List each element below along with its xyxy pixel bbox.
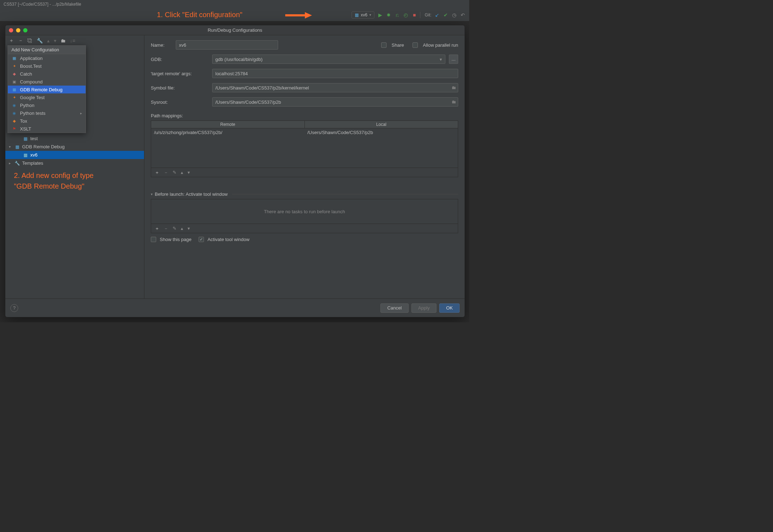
edit-icon[interactable]: ✎ xyxy=(173,170,176,175)
config-type-icon: ⚑ xyxy=(11,126,17,132)
popup-item-label: XSLT xyxy=(20,126,31,132)
git-label: Git: xyxy=(425,12,431,17)
copy-icon[interactable]: ⿻ xyxy=(27,38,32,44)
tree-item-gdb-remote[interactable]: ▦ GDB Remote Debug xyxy=(5,143,144,151)
ide-title-text: CS537 [~/Code/CS537] - .../p2b/Makefile xyxy=(4,2,81,7)
popup-item-boost-test[interactable]: ✦Boost.Test xyxy=(8,62,86,70)
edit-icon[interactable]: ✎ xyxy=(173,226,176,231)
move-down-icon[interactable]: ▾ xyxy=(188,226,190,231)
add-icon[interactable]: ＋ xyxy=(9,37,14,44)
config-type-icon: ▦ xyxy=(11,55,17,61)
popup-item-compound[interactable]: ▣Compound xyxy=(8,78,86,86)
popup-item-python-tests[interactable]: ◉Python tests▸ xyxy=(8,109,86,117)
sidebar-toolbar: ＋ － ⿻ 🔧 ▴ ▾ 🖿 ↓≡ xyxy=(5,35,144,46)
separator xyxy=(232,194,458,194)
symbol-input[interactable] xyxy=(212,83,458,92)
cancel-button[interactable]: Cancel xyxy=(380,303,408,313)
gdb-label: GDB: xyxy=(151,57,209,62)
close-icon[interactable] xyxy=(9,28,13,32)
gdb-dropdown[interactable]: gdb (/usr/local/bin/gdb) xyxy=(212,55,445,64)
popup-item-catch[interactable]: ◆Catch xyxy=(8,70,86,78)
git-commit-icon[interactable]: ✔ xyxy=(443,12,449,18)
annotation-2: 2. Add new config of type "GDB Remote De… xyxy=(14,170,94,191)
annotation-arrow-icon xyxy=(285,12,312,17)
run-config-selector[interactable]: ▦ xv6 ▾ xyxy=(352,11,375,19)
col-local: Local xyxy=(305,121,458,128)
activate-tool-label[interactable]: Activate tool window xyxy=(208,237,250,242)
remove-icon[interactable]: － xyxy=(164,169,168,176)
sysroot-label: Sysroot: xyxy=(151,99,209,105)
debug-icon[interactable]: ✸ xyxy=(386,12,391,18)
git-revert-icon[interactable]: ↶ xyxy=(460,12,466,18)
edit-defaults-icon[interactable]: 🔧 xyxy=(37,38,43,44)
cell-local: /Users/Shawn/Code/CS537/p2b xyxy=(304,128,458,137)
popup-item-google-test[interactable]: ✦Google Test xyxy=(8,93,86,101)
ide-toolbar: 1. Click "Edit configuration" ▦ xv6 ▾ ▶ … xyxy=(0,9,469,21)
tree-label: GDB Remote Debug xyxy=(22,144,65,149)
popup-item-label: Compound xyxy=(20,79,43,85)
name-input[interactable] xyxy=(176,40,278,50)
parallel-checkbox[interactable] xyxy=(413,42,418,48)
folder-icon[interactable]: 🖿 xyxy=(61,38,66,44)
profile-icon[interactable]: ◴ xyxy=(403,12,409,18)
run-debug-config-dialog: Run/Debug Configurations ＋ － ⿻ 🔧 ▴ ▾ 🖿 ↓… xyxy=(5,25,465,317)
sysroot-input[interactable] xyxy=(212,97,458,107)
show-page-checkbox[interactable] xyxy=(151,237,156,242)
tree-item-test[interactable]: ▦ test xyxy=(5,134,144,143)
config-type-icon: ◆ xyxy=(11,71,17,77)
col-remote: Remote xyxy=(151,121,305,128)
path-mappings-table[interactable]: Remote Local /u/s/z/szhong/private/CS537… xyxy=(151,121,458,177)
move-up-icon[interactable]: ▴ xyxy=(47,38,50,44)
mappings-row[interactable]: /u/s/z/szhong/private/CS537/p2b/ /Users/… xyxy=(151,128,458,137)
move-down-icon[interactable]: ▾ xyxy=(188,170,190,175)
gdb-browse-button[interactable]: … xyxy=(449,55,458,64)
remove-icon[interactable]: － xyxy=(164,225,168,232)
folder-icon[interactable]: 🖿 xyxy=(451,99,456,104)
add-icon[interactable]: ＋ xyxy=(155,169,159,176)
git-pull-icon[interactable]: ↙ xyxy=(434,12,440,18)
chevron-right-icon: ▸ xyxy=(80,111,82,115)
stop-icon[interactable]: ■ xyxy=(411,12,417,18)
share-label[interactable]: Share xyxy=(391,42,404,48)
before-launch-header[interactable]: ▾ Before launch: Activate tool window xyxy=(151,191,458,197)
maximize-icon[interactable] xyxy=(23,28,27,32)
popup-item-label: Google Test xyxy=(20,95,45,100)
popup-item-python[interactable]: ◉Python xyxy=(8,101,86,109)
gdb-item-icon: ▦ xyxy=(22,152,28,158)
help-button[interactable]: ? xyxy=(10,304,18,312)
target-input[interactable] xyxy=(212,69,458,78)
popup-item-xslt[interactable]: ⚑XSLT xyxy=(8,125,86,133)
ok-button[interactable]: OK xyxy=(439,303,460,313)
activate-tool-checkbox[interactable] xyxy=(199,237,204,242)
dialog-title: Run/Debug Configurations xyxy=(5,27,465,33)
mappings-label: Path mappings: xyxy=(151,113,458,118)
folder-icon[interactable]: 🖿 xyxy=(451,85,456,90)
popup-item-gdb-remote-debug[interactable]: ▦GDB Remote Debug xyxy=(8,86,86,93)
minimize-icon[interactable] xyxy=(16,28,20,32)
sort-icon[interactable]: ↓≡ xyxy=(70,38,75,44)
remove-icon[interactable]: － xyxy=(18,37,23,44)
dialog-titlebar[interactable]: Run/Debug Configurations xyxy=(5,25,465,35)
move-up-icon[interactable]: ▴ xyxy=(181,170,183,175)
run-icon[interactable]: ▶ xyxy=(377,12,383,18)
separator xyxy=(420,12,420,18)
parallel-label[interactable]: Allow parallel run xyxy=(423,42,458,48)
show-page-label[interactable]: Show this page xyxy=(160,237,191,242)
coverage-icon[interactable]: ⎌ xyxy=(394,12,400,18)
git-history-icon[interactable]: ◷ xyxy=(451,12,457,18)
gdb-icon: ▦ xyxy=(14,144,20,150)
move-down-icon[interactable]: ▾ xyxy=(54,38,56,44)
share-checkbox[interactable] xyxy=(381,42,386,48)
mappings-header: Remote Local xyxy=(151,121,458,128)
move-up-icon[interactable]: ▴ xyxy=(181,226,183,231)
tree-item-xv6[interactable]: ▦ xv6 xyxy=(5,151,144,159)
tree-item-templates[interactable]: 🔧 Templates xyxy=(5,159,144,167)
popup-item-label: GDB Remote Debug xyxy=(20,87,62,92)
add-icon[interactable]: ＋ xyxy=(155,225,159,232)
apply-button[interactable]: Apply xyxy=(411,303,437,313)
popup-item-application[interactable]: ▦Application xyxy=(8,54,86,62)
popup-item-tox[interactable]: ◆Tox xyxy=(8,117,86,125)
popup-item-label: Python xyxy=(20,103,34,108)
tree-label: test xyxy=(30,136,38,141)
annotation-1: 1. Click "Edit configuration" xyxy=(157,11,242,19)
